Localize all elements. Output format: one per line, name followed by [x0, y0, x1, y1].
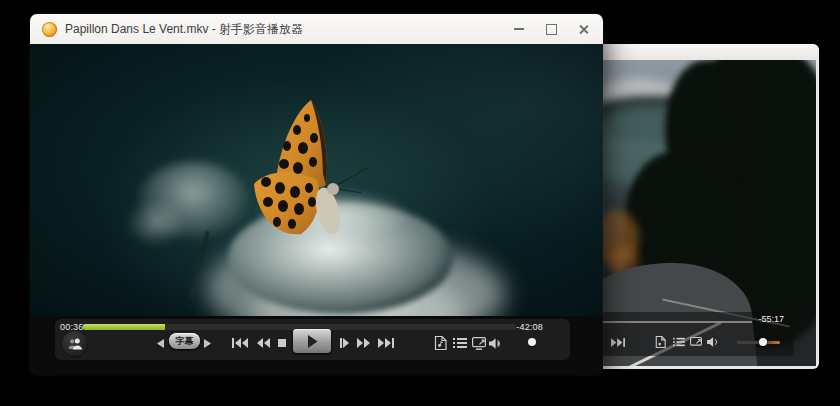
screen-icon: [472, 337, 486, 350]
volume-button[interactable]: [489, 335, 502, 351]
progress-fill: [83, 324, 165, 330]
subtitle-button[interactable]: 字幕: [169, 333, 200, 349]
volume-slider[interactable]: [512, 341, 560, 344]
open-file-button[interactable]: [434, 335, 447, 351]
bg-skip-next-icon: [611, 338, 625, 347]
bg-video-area[interactable]: -55:17: [599, 60, 816, 366]
skip-next-button[interactable]: [378, 335, 394, 351]
bg-volume-slider[interactable]: [737, 341, 780, 344]
fast-forward-button[interactable]: [357, 335, 371, 351]
step-forward-icon: [340, 338, 349, 348]
bg-control-bar: -55:17: [599, 312, 794, 356]
screen-mode-button[interactable]: [472, 335, 486, 351]
bg-remaining-time: -55:17: [758, 314, 784, 324]
bg-playlist-icon: [673, 337, 685, 347]
minimize-button[interactable]: [503, 14, 535, 44]
play-button[interactable]: [293, 329, 331, 353]
window-title: Papillon Dans Le Vent.mkv - 射手影音播放器: [65, 21, 503, 38]
app-logo-icon: [42, 22, 57, 37]
titlebar[interactable]: Papillon Dans Le Vent.mkv - 射手影音播放器: [30, 14, 603, 44]
stop-icon: [278, 339, 286, 347]
video-area[interactable]: [30, 44, 603, 316]
flower-shape: [126, 200, 186, 246]
triangle-right-icon: [204, 339, 211, 348]
skip-back-icon: [232, 338, 248, 348]
maximize-icon: [546, 24, 557, 35]
stem-shape: [190, 231, 210, 300]
stop-button[interactable]: [278, 335, 286, 351]
bg-seek-bar[interactable]: [599, 321, 752, 323]
remaining-time: -42:08: [516, 322, 543, 332]
buddy-button[interactable]: [62, 331, 87, 356]
main-window: Papillon Dans Le Vent.mkv - 射手影音播放器: [30, 14, 603, 375]
bg-screen-icon: [690, 337, 702, 348]
butterfly-graphic: [235, 96, 385, 261]
speaker-icon: [489, 338, 502, 349]
playlist-icon: [453, 337, 467, 349]
bg-volume-button[interactable]: [707, 334, 719, 350]
background-window[interactable]: -55:17: [596, 44, 819, 369]
triangle-left-icon: [157, 339, 164, 348]
skip-back-button[interactable]: [232, 335, 248, 351]
step-forward-button[interactable]: [340, 335, 349, 351]
subtitle-next-button[interactable]: [204, 335, 211, 351]
bg-playlist-button[interactable]: [673, 334, 685, 350]
bg-screen-mode-button[interactable]: [690, 334, 702, 350]
play-icon: [307, 335, 318, 348]
window-buttons: [503, 14, 599, 44]
bg-buttons-row: [599, 330, 794, 354]
rewind-icon: [256, 338, 270, 348]
bg-volume-thumb[interactable]: [759, 338, 767, 346]
playlist-button[interactable]: [453, 335, 467, 351]
close-icon: [578, 24, 589, 35]
open-file-icon: [434, 336, 447, 350]
bg-speaker-icon: [707, 337, 719, 347]
bg-open-file-button[interactable]: [655, 334, 666, 350]
close-button[interactable]: [567, 14, 599, 44]
subtitle-prev-button[interactable]: [157, 335, 164, 351]
bg-open-file-icon: [655, 336, 666, 348]
bg-skip-next-button[interactable]: [611, 334, 625, 350]
maximize-button[interactable]: [535, 14, 567, 44]
control-panel: 00:36 -42:08 字幕: [55, 319, 570, 360]
control-bar: 00:36 -42:08 字幕: [30, 316, 603, 375]
volume-thumb[interactable]: [528, 338, 536, 346]
users-icon: [68, 338, 82, 350]
bg-titlebar[interactable]: [596, 44, 819, 60]
skip-next-icon: [378, 338, 394, 348]
fast-forward-icon: [357, 338, 371, 348]
rewind-button[interactable]: [256, 335, 270, 351]
minimize-icon: [514, 28, 524, 30]
